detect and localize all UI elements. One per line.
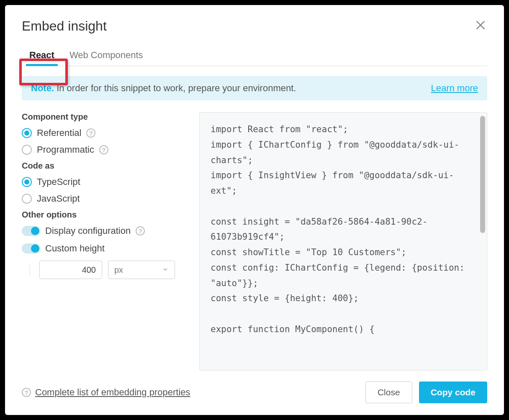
height-unit-label: px	[114, 265, 123, 275]
toggle-label: Display configuration	[45, 225, 131, 236]
help-icon[interactable]: ?	[22, 388, 31, 397]
radio-referential[interactable]: Referential ?	[22, 128, 189, 138]
code-content[interactable]: import React from "react"; import { ICha…	[200, 113, 487, 370]
toggle-display-configuration[interactable]: Display configuration ?	[22, 225, 189, 236]
note-body: In order for this snippet to work, prepa…	[57, 83, 296, 93]
dialog-header: Embed insight	[22, 18, 487, 34]
copy-code-button[interactable]: Copy code	[419, 382, 487, 403]
footer-right: Close Copy code	[365, 382, 487, 403]
toggle-custom-height[interactable]: Custom height	[22, 243, 189, 254]
radio-icon	[22, 194, 32, 204]
radio-label: Referential	[37, 128, 81, 138]
note-label: Note.	[31, 83, 54, 93]
code-panel: import React from "react"; import { ICha…	[199, 112, 487, 371]
custom-height-row: ⋮⋮ px	[27, 261, 189, 279]
radio-icon	[22, 128, 32, 138]
tab-web-components[interactable]: Web Components	[62, 46, 151, 66]
embed-insight-dialog: Embed insight React Web Components Note.…	[5, 5, 504, 415]
options-panel: Component type Referential ? Programmati…	[22, 112, 189, 371]
scrollbar-thumb[interactable]	[480, 116, 485, 233]
help-icon[interactable]: ?	[86, 128, 95, 138]
height-input[interactable]	[39, 261, 102, 279]
radio-programmatic[interactable]: Programmatic ?	[22, 144, 189, 155]
note-text: Note. In order for this snippet to work,…	[31, 83, 296, 94]
radio-icon	[22, 177, 32, 187]
toggle-switch	[22, 243, 40, 254]
embedding-properties-link[interactable]: Complete list of embedding properties	[35, 387, 190, 398]
dialog-title: Embed insight	[22, 18, 107, 34]
radio-javascript[interactable]: JavaScript	[22, 193, 189, 204]
learn-more-link[interactable]: Learn more	[431, 83, 478, 94]
toggle-label: Custom height	[45, 243, 105, 254]
radio-icon	[22, 145, 32, 155]
close-icon[interactable]	[474, 18, 487, 32]
tab-react[interactable]: React	[22, 46, 62, 66]
tabs: React Web Components	[22, 46, 487, 66]
close-button[interactable]: Close	[365, 382, 412, 403]
section-component-type: Component type	[22, 112, 189, 122]
note-banner: Note. In order for this snippet to work,…	[22, 76, 487, 100]
radio-label: TypeScript	[37, 177, 80, 187]
section-code-as: Code as	[22, 161, 189, 171]
dialog-footer: ? Complete list of embedding properties …	[22, 382, 487, 403]
drag-dots-icon: ⋮⋮	[27, 263, 33, 277]
chevron-down-icon	[162, 265, 169, 275]
toggle-switch	[22, 226, 40, 236]
radio-label: JavaScript	[37, 193, 80, 204]
help-icon[interactable]: ?	[136, 226, 145, 236]
section-other-options: Other options	[22, 210, 189, 220]
radio-typescript[interactable]: TypeScript	[22, 177, 189, 187]
radio-label: Programmatic	[37, 144, 94, 155]
help-icon[interactable]: ?	[99, 145, 108, 154]
footer-left: ? Complete list of embedding properties	[22, 387, 190, 398]
content-area: Component type Referential ? Programmati…	[22, 112, 487, 371]
height-unit-select[interactable]: px	[108, 261, 175, 279]
